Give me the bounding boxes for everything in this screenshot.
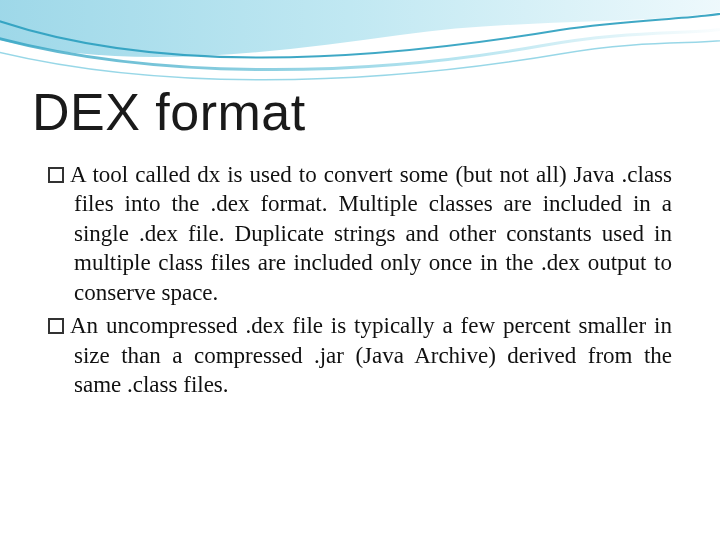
square-bullet-icon [48,318,64,334]
slide-body: A tool called dx is used to convert some… [48,160,672,404]
slide: DEX format A tool called dx is used to c… [0,0,720,540]
bullet-text: An uncompressed .dex file is typically a… [70,313,672,397]
bullet-item: An uncompressed .dex file is typically a… [48,311,672,399]
slide-title: DEX format [32,82,306,142]
bullet-item: A tool called dx is used to convert some… [48,160,672,307]
bullet-text: A tool called dx is used to convert some… [70,162,672,305]
square-bullet-icon [48,167,64,183]
decorative-wave [0,0,720,90]
